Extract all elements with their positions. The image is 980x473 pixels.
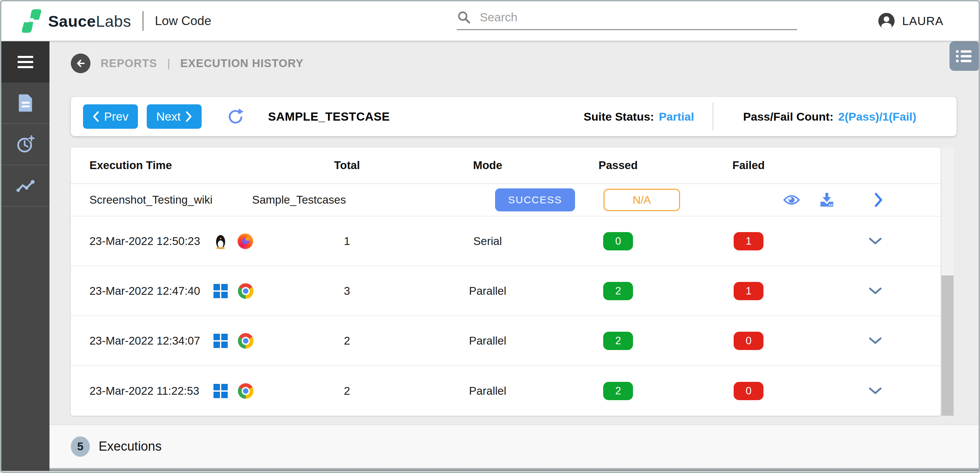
- chevron-right-icon: [185, 111, 192, 122]
- summary-actions: [687, 192, 941, 208]
- platform-icons: [200, 333, 267, 349]
- executions-count-badge: 5: [71, 436, 90, 457]
- chevron-left-icon: [92, 111, 99, 122]
- failed-count-badge: 0: [733, 382, 764, 400]
- view-button[interactable]: [783, 194, 800, 205]
- topbar: SauceLabs Low Code LAURA: [2, 2, 978, 41]
- sidebar: [2, 41, 49, 471]
- suite-summary-row: Screenshot_Testing_wiki Sample_Testcases…: [71, 184, 941, 217]
- execution-mode: Parallel: [426, 334, 549, 347]
- platform-icons: [200, 283, 267, 299]
- prev-button[interactable]: Prev: [83, 104, 138, 129]
- execution-mode: Parallel: [426, 285, 549, 298]
- failed-count-badge: 1: [733, 282, 764, 300]
- failed-count-badge: 1: [733, 232, 764, 250]
- testcase-name: SAMPLE_TESTCASE: [268, 110, 390, 123]
- execution-row: 23-Mar-2022 11:22:53 2 Parallel 2 0: [71, 366, 941, 416]
- brand-light: Labs: [96, 12, 131, 30]
- brand-bold: Sauce: [48, 12, 96, 30]
- header-execution-time: Execution Time: [71, 159, 200, 172]
- chrome-icon: [238, 333, 253, 349]
- search-bar[interactable]: [457, 10, 797, 30]
- brand-name: SauceLabs: [48, 12, 131, 30]
- chevron-right-icon: [875, 193, 883, 207]
- execution-row: 23-Mar-2022 12:47:40 3 Parallel 2 1: [71, 266, 941, 316]
- list-icon: [955, 49, 973, 64]
- breadcrumb-separator: |: [167, 57, 170, 70]
- expand-row-button[interactable]: [869, 387, 882, 395]
- pass-fail-label: Pass/Fail Count:: [743, 110, 833, 123]
- sidebar-item-schedule[interactable]: [2, 124, 49, 166]
- list-panel-button[interactable]: [950, 41, 978, 71]
- next-button[interactable]: Next: [147, 104, 202, 129]
- total-count: 2: [267, 385, 426, 397]
- scrollbar-thumb[interactable]: [941, 276, 954, 416]
- sidebar-menu-button[interactable]: [2, 41, 49, 83]
- suite-run-name: Screenshot_Testing_wiki: [71, 193, 200, 206]
- chevron-down-icon: [869, 287, 882, 295]
- chrome-icon: [238, 283, 253, 299]
- brand-divider: [143, 11, 143, 31]
- app-body: REPORTS | EXECUTION HISTORY Prev Next: [2, 41, 978, 471]
- product-name: Low Code: [155, 14, 212, 28]
- pass-fail-value: 2(Pass)/1(Fail): [838, 110, 916, 123]
- expand-row-button[interactable]: [869, 337, 882, 345]
- document-icon: [17, 94, 34, 113]
- chrome-icon: [238, 383, 253, 399]
- execution-time: 23-Mar-2022 12:50:23: [71, 235, 200, 248]
- expand-row-button[interactable]: [869, 237, 882, 245]
- passed-badge-na: N/A: [603, 189, 680, 211]
- passed-count-badge: 2: [603, 382, 633, 400]
- passed-count-badge: 2: [603, 332, 633, 350]
- open-suite-button[interactable]: [875, 193, 883, 207]
- avatar-icon: [878, 13, 895, 29]
- windows-icon: [213, 384, 228, 398]
- platform-icons: [200, 233, 267, 249]
- main-content: REPORTS | EXECUTION HISTORY Prev Next: [49, 41, 978, 471]
- firefox-icon: [237, 233, 253, 249]
- platform-icons: [200, 383, 267, 399]
- executions-label: Executions: [99, 439, 162, 454]
- windows-icon: [213, 334, 228, 348]
- chevron-down-icon: [869, 387, 882, 395]
- username: LAURA: [902, 14, 943, 28]
- header-passed: Passed: [549, 159, 687, 172]
- breadcrumb: REPORTS | EXECUTION HISTORY: [71, 54, 978, 73]
- hamburger-icon: [18, 56, 33, 68]
- suite-status-value: Partial: [659, 110, 694, 123]
- chevron-down-icon: [869, 337, 882, 345]
- scrollbar-track[interactable]: [941, 147, 954, 416]
- sidebar-item-reports[interactable]: [2, 83, 49, 124]
- total-count: 1: [267, 235, 426, 248]
- table-zone: Execution Time Total Mode Passed Failed …: [71, 147, 978, 416]
- clock-plus-icon: [16, 135, 35, 153]
- header-failed: Failed: [687, 159, 810, 172]
- search-input[interactable]: [480, 11, 797, 24]
- download-button[interactable]: [819, 192, 835, 208]
- back-button[interactable]: [71, 54, 91, 73]
- download-icon: [819, 192, 835, 208]
- table-header-row: Execution Time Total Mode Passed Failed: [71, 147, 941, 184]
- total-count: 3: [267, 285, 426, 298]
- execution-time: 23-Mar-2022 12:47:40: [71, 285, 200, 298]
- eye-icon: [783, 194, 800, 205]
- toolbar-divider: [713, 102, 713, 131]
- header-mode: Mode: [426, 159, 549, 172]
- execution-time: 23-Mar-2022 11:22:53: [71, 385, 200, 397]
- saucelabs-logo-icon: [21, 8, 42, 34]
- execution-row: 23-Mar-2022 12:34:07 2 Parallel 2 0: [71, 316, 941, 366]
- refresh-icon[interactable]: [227, 108, 244, 125]
- failed-count-badge: 0: [733, 332, 764, 350]
- sidebar-item-trends[interactable]: [2, 166, 49, 207]
- execution-mode: Parallel: [426, 385, 549, 397]
- header-total: Total: [267, 159, 426, 172]
- expand-row-button[interactable]: [869, 287, 882, 295]
- linux-icon: [214, 233, 228, 249]
- user-menu[interactable]: LAURA: [878, 13, 978, 29]
- suite-status-label: Suite Status:: [584, 110, 654, 123]
- arrow-left-icon: [76, 58, 86, 68]
- passed-count-badge: 2: [603, 282, 633, 300]
- executions-table: Execution Time Total Mode Passed Failed …: [71, 147, 941, 416]
- execution-time: 23-Mar-2022 12:34:07: [71, 334, 200, 347]
- breadcrumb-reports[interactable]: REPORTS: [101, 57, 157, 70]
